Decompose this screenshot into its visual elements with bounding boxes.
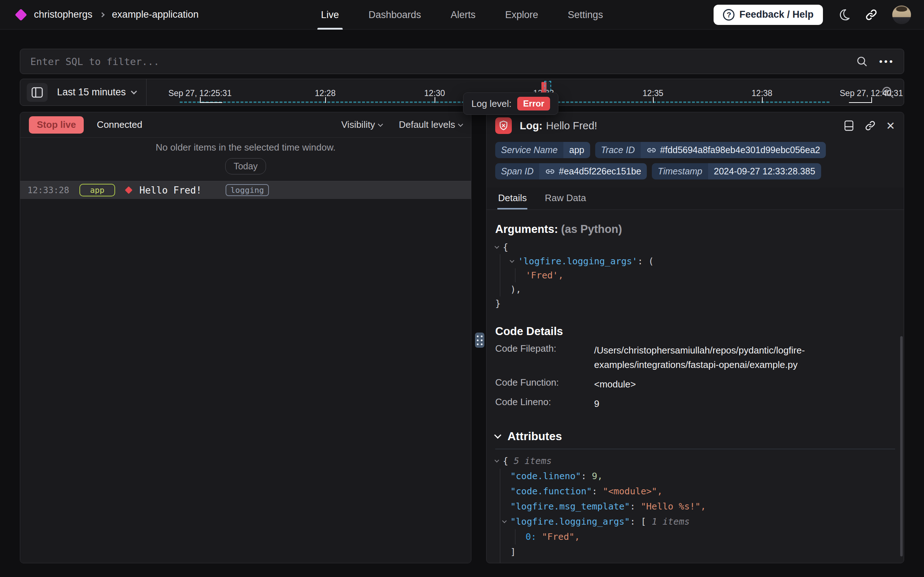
breadcrumb: christophergs example-application [34, 9, 199, 20]
code-details-heading: Code Details [495, 325, 895, 338]
service-tag[interactable]: app [79, 184, 116, 197]
top-nav: christophergs example-application Live D… [0, 0, 924, 30]
link-icon [545, 166, 555, 177]
timeline-tick-label: 12:28 [315, 89, 336, 98]
log-row[interactable]: 12:33:28 app Hello Fred! logging [20, 181, 471, 199]
tab-live[interactable]: Live [321, 0, 339, 30]
logfire-logo-icon[interactable] [15, 9, 27, 21]
live-feed-panel: Stop live Connected Visibility Default l… [20, 112, 471, 563]
log-row-message: Hello Fred! [139, 185, 201, 196]
error-shield-icon [495, 118, 512, 134]
detail-header: Log:Hello Fred! ✕ [495, 118, 895, 134]
tab-raw-data[interactable]: Raw Data [544, 187, 587, 210]
arguments-heading: Arguments: (as Python) [495, 223, 895, 236]
detail-tabs: Details Raw Data [487, 187, 904, 210]
user-avatar[interactable] [892, 5, 911, 24]
collapse-icon[interactable] [495, 458, 499, 463]
breadcrumb-separator-icon [100, 12, 104, 17]
timeline-tick-label: 12:30 [424, 89, 445, 98]
logfire-live-view: christophergs example-application Live D… [0, 0, 924, 577]
share-link-icon[interactable] [865, 8, 878, 21]
scrollbar[interactable] [900, 336, 903, 556]
divider [495, 449, 895, 449]
code-function-row: Code Function: <module> [495, 377, 895, 392]
error-diamond-icon [125, 186, 132, 194]
timestamp-badge: Timestamp 2024-09-27 12:33:28.385 [652, 163, 821, 179]
live-feed-header: Stop live Connected Visibility Default l… [20, 112, 471, 137]
collapse-icon[interactable] [509, 258, 514, 263]
attributes-heading[interactable]: Attributes [495, 430, 895, 443]
chevron-down-icon [378, 121, 383, 126]
link-icon [646, 145, 657, 155]
time-range-selector[interactable]: Last 15 minutes [57, 87, 136, 98]
log-level-tooltip: Log level: Error [463, 92, 558, 115]
connection-status: Connected [97, 119, 142, 131]
attributes-code: { 5 items "code.lineno": 9, "code.functi… [495, 453, 895, 563]
sql-filter-bar: ••• [20, 49, 904, 74]
tab-explore[interactable]: Explore [505, 0, 538, 30]
live-feed-empty-area [20, 199, 471, 563]
error-level-badge: Error [517, 97, 550, 111]
timeline-tick-label: 12:35 [643, 89, 664, 98]
tab-details[interactable]: Details [497, 187, 527, 210]
tooltip-label: Log level: [471, 98, 511, 110]
service-name-badge: Service Name app [495, 142, 590, 158]
close-icon[interactable]: ✕ [886, 119, 895, 132]
feedback-help-button[interactable]: ? Feedback / Help [713, 5, 823, 25]
timeline-end-label: Sep 27, 12:40:31 [840, 89, 903, 98]
dock-panel-icon[interactable] [844, 120, 854, 131]
span-id-badge[interactable]: Span ID #ea4d5f226ec151be [495, 163, 647, 179]
scope-tag[interactable]: logging [226, 184, 269, 196]
code-filepath-row: Code Filepath: /Users/christophersamiull… [495, 343, 895, 372]
copy-link-icon[interactable] [865, 120, 876, 131]
tab-alerts[interactable]: Alerts [450, 0, 476, 30]
collapse-icon[interactable] [502, 519, 507, 523]
today-button[interactable]: Today [225, 158, 266, 174]
search-icon[interactable] [855, 55, 868, 68]
nav-right-controls: ? Feedback / Help [713, 5, 911, 25]
timeline-tick-label: 12:38 [752, 89, 772, 98]
filter-more-options-icon[interactable]: ••• [879, 56, 894, 67]
visibility-dropdown[interactable]: Visibility [341, 119, 382, 131]
breadcrumb-org[interactable]: christophergs [34, 9, 92, 20]
code-lineno-row: Code Lineno: 9 [495, 396, 895, 411]
nav-tabs: Live Dashboards Alerts Explore Settings [321, 0, 603, 30]
trace-id-badge[interactable]: Trace ID #fdd5694a8fa98eb4e301d99ebc056e… [595, 142, 826, 158]
detail-badges: Service Name app Trace ID #fdd5694a8fa98… [495, 142, 895, 179]
tab-settings[interactable]: Settings [568, 0, 603, 30]
help-icon: ? [723, 9, 734, 21]
timeline-start-label: Sep 27, 12:25:31 [169, 89, 232, 98]
detail-title: Log:Hello Fred! [520, 120, 597, 132]
theme-toggle-moon-icon[interactable] [837, 8, 850, 21]
arguments-code: { 'logfire.logging_args': ( 'Fred', ), } [495, 240, 895, 311]
sql-filter-input[interactable] [30, 56, 855, 68]
empty-window-message: No older items in the selected time wind… [20, 137, 471, 153]
chevron-down-icon [131, 88, 137, 94]
tab-dashboards[interactable]: Dashboards [368, 0, 421, 30]
log-detail-panel: Log:Hello Fred! ✕ Service Name app [486, 112, 904, 563]
breadcrumb-project[interactable]: example-application [112, 9, 199, 20]
default-levels-dropdown[interactable]: Default levels [399, 119, 462, 131]
panel-resize-handle[interactable] [475, 332, 484, 348]
sidebar-toggle-icon[interactable] [27, 83, 48, 102]
time-range-bar: Last 15 minutes Sep 27, 12:25:31 12:28 1… [20, 79, 904, 106]
stop-live-button[interactable]: Stop live [29, 116, 84, 134]
collapse-icon[interactable] [495, 244, 499, 249]
chevron-down-icon [494, 432, 501, 439]
chevron-down-icon [458, 121, 463, 126]
log-row-time: 12:33:28 [27, 185, 69, 195]
